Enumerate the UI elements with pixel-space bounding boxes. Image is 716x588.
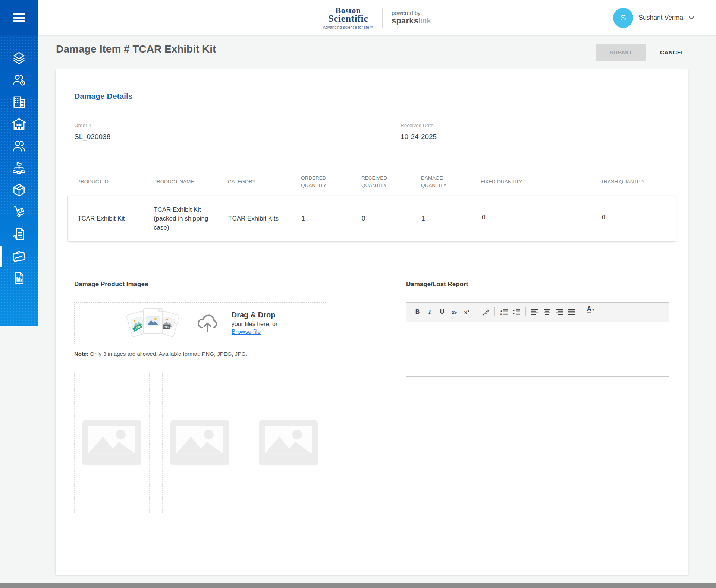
image-placeholder-2 xyxy=(162,373,238,513)
drag-drop-title: Drag & Drop xyxy=(232,310,278,320)
col-product-id: PRODUCT ID xyxy=(74,178,150,186)
file-dropzone[interactable]: JPG PNG xyxy=(74,302,326,344)
sparkslink-logo: sparkslink xyxy=(392,16,431,25)
sidebar-item-invoice[interactable] xyxy=(0,224,38,246)
align-right-icon xyxy=(556,309,563,315)
sidebar-item-buildings[interactable] xyxy=(0,92,38,114)
image-placeholder-3 xyxy=(251,373,326,513)
hamburger-menu-icon[interactable] xyxy=(13,12,25,24)
sidebar-item-user-roles[interactable] xyxy=(0,70,38,92)
text-color-button[interactable]: A ▾ xyxy=(585,306,596,318)
text-color-caret: ▾ xyxy=(593,308,594,312)
images-note: Note: Only 3 images are allowed. Availab… xyxy=(74,351,326,357)
hand-truck-icon xyxy=(12,205,26,221)
cell-received-quantity: 0 xyxy=(359,214,418,223)
drag-drop-subtitle: your files here, or xyxy=(232,320,278,328)
boston-scientific-logo: Boston Scientific Advancing science for … xyxy=(323,6,373,29)
fixed-quantity-input[interactable] xyxy=(481,213,590,224)
col-ordered-quantity: ORDERED QUANTITY xyxy=(298,174,332,189)
cancel-button[interactable]: CANCEL xyxy=(657,44,688,61)
col-trash-quantity: TRASH QUANTITY xyxy=(598,178,669,186)
bullet-list-button[interactable] xyxy=(511,306,522,318)
cell-product-name: TCAR Exhibit Kit (packed in shipping cas… xyxy=(151,205,220,232)
svg-text:1: 1 xyxy=(500,309,502,312)
align-right-button[interactable] xyxy=(554,306,565,318)
invoice-icon xyxy=(12,227,26,243)
sidebar-item-wallet[interactable] xyxy=(0,246,38,268)
bottom-bar xyxy=(0,583,716,588)
subscript-button[interactable]: x₂ xyxy=(449,306,460,318)
sidebar-item-report[interactable] xyxy=(0,268,38,290)
rich-text-editor: B I U x₂ x² xyxy=(406,302,669,377)
col-fixed-quantity: FIXED QUANTITY xyxy=(478,178,598,186)
sidebar-items xyxy=(0,48,38,290)
received-date-value: 10-24-2025 xyxy=(401,133,669,147)
user-name: Sushant Verma xyxy=(638,14,683,22)
superscript-button[interactable]: x² xyxy=(461,306,472,318)
align-justify-button[interactable] xyxy=(566,306,578,318)
cell-category: TCAR Exhibit Kits xyxy=(225,214,298,223)
user-menu[interactable]: S Sushant Verma xyxy=(613,0,694,35)
svg-text:PNG: PNG xyxy=(163,325,169,329)
align-center-button[interactable] xyxy=(541,306,553,318)
ordered-list-button[interactable]: 1 2 xyxy=(498,306,510,318)
sidebar-item-warehouse[interactable] xyxy=(0,114,38,136)
italic-button[interactable]: I xyxy=(424,306,436,318)
col-product-name: PRODUCT NAME xyxy=(150,178,225,186)
layers-icon xyxy=(12,51,26,67)
image-placeholder-icon xyxy=(82,420,141,465)
note-text: Only 3 images are allowed. Available for… xyxy=(88,351,247,357)
browse-file-link[interactable]: Browse file xyxy=(232,329,261,335)
order-number-label: Order # xyxy=(74,123,343,128)
damage-images-section: Damage Product Images xyxy=(74,281,326,513)
page-title: Damage Item # TCAR Exhibit Kit xyxy=(56,43,216,55)
table-row: TCAR Exhibit Kit TCAR Exhibit Kit (packe… xyxy=(67,196,676,241)
table-header-row: PRODUCT ID PRODUCT NAME CATEGORY ORDERED… xyxy=(74,168,669,196)
received-date-field[interactable]: Received Date 10-24-2025 xyxy=(401,123,669,147)
note-label: Note: xyxy=(74,351,88,357)
buildings-icon xyxy=(12,95,26,111)
col-damage-quantity: DAMAGE QUANTITY xyxy=(418,174,452,189)
image-placeholders xyxy=(74,373,326,513)
damage-images-title: Damage Product Images xyxy=(74,281,326,288)
cloud-upload-icon xyxy=(196,312,219,335)
dropzone-text: Drag & Drop your files here, or Browse f… xyxy=(232,310,278,336)
section-divider xyxy=(74,108,669,108)
toolbar-separator xyxy=(525,307,526,316)
order-number-value: SL_020038 xyxy=(74,133,343,147)
sidebar-top xyxy=(0,0,38,35)
submit-button[interactable]: SUBMIT xyxy=(596,44,646,61)
logo-divider xyxy=(382,8,383,28)
powered-by-text: powered by xyxy=(392,10,431,16)
underline-button[interactable]: U xyxy=(436,306,448,318)
avatar: S xyxy=(613,8,633,28)
received-date-label: Received Date xyxy=(401,123,669,128)
report-text-area[interactable] xyxy=(406,322,669,376)
order-number-field[interactable]: Order # SL_020038 xyxy=(74,123,343,147)
damage-report-title: Damage/Lost Report xyxy=(406,281,669,288)
warehouse-icon xyxy=(11,116,27,133)
sidebar-item-hierarchy[interactable] xyxy=(0,158,38,180)
svg-text:2: 2 xyxy=(500,312,502,315)
file-stack-icon: JPG PNG xyxy=(123,304,183,342)
toolbar-separator xyxy=(476,307,476,316)
sidebar-item-hand-truck[interactable] xyxy=(0,202,38,224)
image-placeholder-icon xyxy=(259,420,318,465)
image-placeholder-icon xyxy=(170,420,229,465)
logo-group: Boston Scientific Advancing science for … xyxy=(323,0,431,35)
sidebar-item-users[interactable] xyxy=(0,136,38,158)
logo-tagline: Advancing science for life™ xyxy=(323,25,373,29)
damage-details-card: Damage Details Order # SL_020038 Receive… xyxy=(56,69,688,575)
sidebar-item-layers[interactable] xyxy=(0,48,38,70)
toolbar-separator xyxy=(581,307,581,316)
trash-quantity-input[interactable] xyxy=(601,213,681,224)
col-received-quantity: RECEIVED QUANTITY xyxy=(358,174,392,189)
chevron-down-icon xyxy=(688,15,694,21)
sidebar-item-package[interactable] xyxy=(0,180,38,202)
text-color-a: A xyxy=(587,306,591,313)
bold-button[interactable]: B xyxy=(412,306,423,318)
align-left-button[interactable] xyxy=(529,306,541,318)
editor-toolbar: B I U x₂ x² xyxy=(406,303,669,322)
format-brush-icon xyxy=(482,309,489,316)
format-brush-button[interactable] xyxy=(480,306,491,318)
